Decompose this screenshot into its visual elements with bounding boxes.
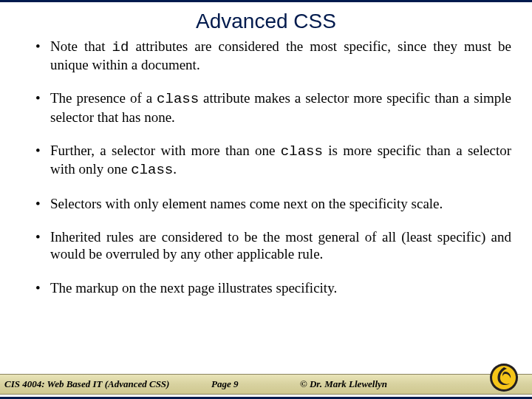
- code-span: class: [157, 91, 199, 107]
- bullet-text: Inherited rules are considered to be the…: [50, 229, 511, 262]
- bullet-text: Selectors with only element names come n…: [50, 196, 443, 211]
- code-span: class: [131, 162, 173, 178]
- slide-title: Advanced CSS: [0, 10, 532, 33]
- bullet-text: .: [173, 161, 177, 177]
- list-item: The markup on the next page illustrates …: [35, 279, 511, 296]
- slide: Advanced CSS Note that id attributes are…: [0, 0, 532, 399]
- list-item: Inherited rules are considered to be the…: [35, 228, 511, 262]
- list-item: The presence of a class attribute makes …: [35, 89, 511, 125]
- bullet-text: Note that: [50, 38, 112, 54]
- list-item: Selectors with only element names come n…: [35, 195, 511, 212]
- ucf-pegasus-logo: [489, 363, 519, 392]
- slide-content: Note that id attributes are considered t…: [0, 38, 532, 296]
- bullet-list: Note that id attributes are considered t…: [35, 38, 511, 296]
- footer-author: © Dr. Mark Llewellyn: [300, 378, 448, 390]
- bullet-text: The markup on the next page illustrates …: [50, 280, 337, 296]
- bullet-text: The presence of a: [50, 90, 157, 106]
- footer-page: Page 9: [211, 378, 300, 390]
- list-item: Further, a selector with more than one c…: [35, 142, 511, 179]
- footer-course: CIS 4004: Web Based IT (Advanced CSS): [0, 378, 211, 390]
- code-span: class: [281, 143, 323, 160]
- list-item: Note that id attributes are considered t…: [35, 38, 511, 73]
- code-span: id: [112, 39, 129, 55]
- bullet-text: Further, a selector with more than one: [50, 143, 281, 158]
- slide-footer: CIS 4004: Web Based IT (Advanced CSS) Pa…: [0, 374, 532, 395]
